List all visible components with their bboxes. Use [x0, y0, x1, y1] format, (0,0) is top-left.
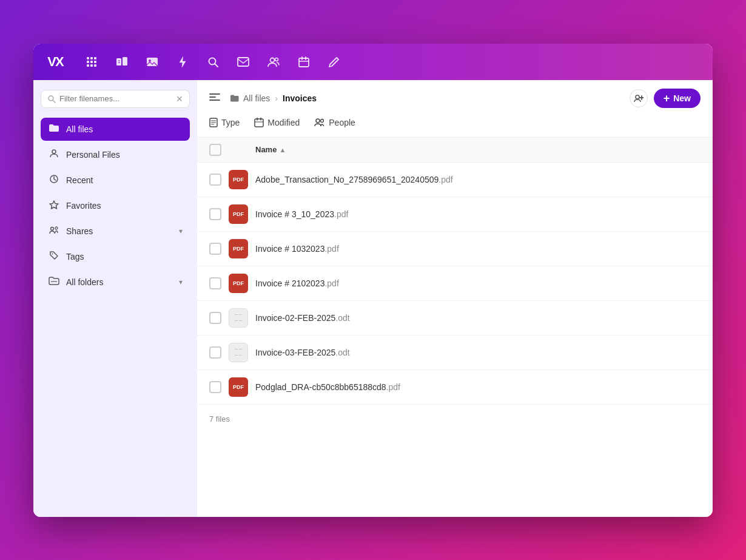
- type-filter-label: Type: [221, 118, 240, 127]
- collapse-sidebar-icon[interactable]: [209, 93, 220, 104]
- breadcrumb-separator: ›: [275, 93, 278, 103]
- file-name-3: Invoice # 1032023.pdf: [255, 244, 701, 254]
- sidebar-tags-label: Tags: [66, 252, 84, 261]
- search-icon[interactable]: [203, 52, 223, 72]
- file-name-1: Adobe_Transaction_No_2758969651_20240509…: [255, 175, 701, 184]
- main-area: ✕ All files Personal Files: [33, 80, 713, 517]
- file-icon-6: ─ ─ ─ ─: [229, 343, 248, 362]
- table-row[interactable]: PDF Adobe_Transaction_No_2758969651_2024…: [197, 163, 713, 197]
- name-label: Name: [255, 145, 277, 154]
- search-small-icon: [47, 95, 56, 103]
- svg-point-47: [316, 119, 320, 123]
- table-row[interactable]: PDF Invoice # 3_10_2023.pdf: [197, 197, 713, 232]
- modified-filter-button[interactable]: Modified: [254, 115, 300, 130]
- table-row[interactable]: PDF Podglad_DRA-cb50c8bb65188cd8.pdf: [197, 370, 713, 405]
- sidebar-item-favorites[interactable]: Favorites: [41, 194, 190, 217]
- edit-icon[interactable]: [324, 52, 344, 72]
- svg-point-18: [271, 58, 275, 62]
- people-filter-label: People: [329, 118, 355, 127]
- svg-point-48: [321, 119, 324, 122]
- mail-icon[interactable]: [234, 52, 253, 72]
- svg-rect-3: [87, 61, 89, 63]
- svg-line-25: [53, 100, 55, 103]
- calendar-icon[interactable]: [294, 52, 314, 72]
- sidebar-item-personal-files[interactable]: Personal Files: [41, 143, 190, 166]
- breadcrumb-all-files[interactable]: All files: [230, 93, 270, 103]
- table-row[interactable]: ─ ─ ─ ─ Invoice-03-FEB-2025.odt: [197, 336, 713, 370]
- sidebar-item-recent[interactable]: Recent: [41, 169, 190, 192]
- svg-rect-10: [123, 57, 127, 66]
- svg-point-29: [51, 227, 54, 230]
- sidebar-item-tags[interactable]: Tags: [41, 245, 190, 268]
- sidebar-item-all-files[interactable]: All files: [41, 118, 190, 141]
- type-icon: [209, 118, 218, 127]
- sidebar-all-folders-label: All folders: [66, 277, 103, 287]
- photos-icon[interactable]: [143, 52, 162, 72]
- svg-rect-6: [87, 64, 89, 67]
- file-checkbox-2[interactable]: [209, 208, 221, 220]
- table-row[interactable]: ─ ─ ─ ─ Invoice-02-FEB-2025.odt: [197, 301, 713, 336]
- all-folders-chevron-icon: ▾: [179, 278, 183, 286]
- svg-rect-20: [299, 58, 309, 67]
- clear-search-button[interactable]: ✕: [176, 94, 183, 104]
- add-people-button[interactable]: [630, 89, 648, 107]
- type-filter-button[interactable]: Type: [209, 115, 240, 130]
- favorites-icon: [48, 200, 60, 212]
- svg-rect-17: [238, 58, 249, 66]
- sidebar-all-files-label: All files: [66, 124, 93, 134]
- sidebar-recent-label: Recent: [66, 175, 93, 185]
- file-checkbox-1[interactable]: [209, 174, 221, 186]
- sidebar-shares-label: Shares: [66, 226, 93, 236]
- breadcrumb-folder-icon: [230, 94, 240, 103]
- sort-arrow-icon: ▲: [279, 146, 286, 153]
- all-files-icon: [48, 123, 60, 135]
- file-checkbox-4[interactable]: [209, 277, 221, 289]
- topbar: VX: [33, 44, 713, 80]
- people-filter-button[interactable]: People: [314, 115, 355, 130]
- new-button[interactable]: + New: [654, 89, 701, 108]
- file-icon-7: PDF: [229, 377, 248, 397]
- sidebar-personal-label: Personal Files: [66, 150, 120, 160]
- tags-icon: [48, 251, 60, 263]
- table-row[interactable]: PDF Invoice # 1032023.pdf: [197, 232, 713, 266]
- breadcrumb-current-label: Invoices: [283, 93, 317, 103]
- app-logo[interactable]: VX: [43, 50, 67, 74]
- svg-point-19: [275, 58, 278, 61]
- new-button-icon: +: [664, 93, 670, 104]
- svg-rect-5: [94, 61, 96, 63]
- filter-input[interactable]: [59, 94, 172, 103]
- sidebar: ✕ All files Personal Files: [33, 80, 197, 517]
- files-icon[interactable]: [112, 52, 132, 72]
- search-box[interactable]: ✕: [41, 90, 190, 108]
- svg-rect-7: [90, 64, 93, 67]
- bolt-icon[interactable]: [173, 52, 192, 72]
- modified-filter-label: Modified: [267, 118, 300, 127]
- table-row[interactable]: PDF Invoice # 2102023.pdf: [197, 266, 713, 301]
- calendar-small-icon: [254, 118, 264, 127]
- file-checkbox-6[interactable]: [209, 346, 221, 359]
- name-column-header[interactable]: Name ▲: [255, 145, 701, 154]
- new-button-label: New: [673, 93, 691, 103]
- file-name-6: Invoice-03-FEB-2025.odt: [255, 348, 701, 357]
- personal-files-icon: [48, 149, 60, 161]
- file-checkbox-7[interactable]: [209, 381, 221, 393]
- svg-point-26: [52, 150, 56, 153]
- svg-rect-4: [90, 61, 93, 63]
- sidebar-item-all-folders[interactable]: All folders ▾: [41, 271, 190, 294]
- svg-point-31: [52, 253, 53, 254]
- file-icon-4: PDF: [229, 274, 248, 293]
- breadcrumb-actions: + New: [630, 89, 701, 108]
- breadcrumb-parent-label: All files: [243, 93, 270, 103]
- select-all-checkbox[interactable]: [209, 144, 221, 156]
- file-name-4: Invoice # 2102023.pdf: [255, 278, 701, 288]
- file-count: 7 files: [197, 405, 713, 433]
- file-checkbox-3[interactable]: [209, 243, 221, 255]
- recent-icon: [48, 174, 60, 186]
- svg-point-36: [636, 95, 639, 99]
- app-window: VX: [33, 44, 713, 517]
- sidebar-item-shares[interactable]: Shares ▾: [41, 220, 190, 243]
- contacts-icon[interactable]: [264, 52, 283, 72]
- grid-icon[interactable]: [82, 52, 101, 72]
- file-checkbox-5[interactable]: [209, 312, 221, 324]
- file-name-2: Invoice # 3_10_2023.pdf: [255, 209, 701, 219]
